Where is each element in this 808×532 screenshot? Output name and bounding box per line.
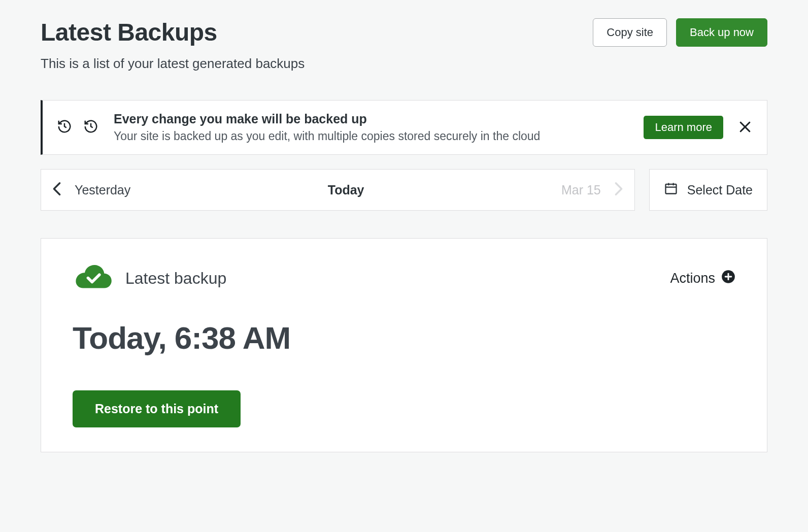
history-icon: [57, 119, 72, 136]
dismiss-notice-button[interactable]: [737, 119, 753, 136]
copy-site-button[interactable]: Copy site: [593, 18, 667, 47]
backup-card-header: Latest backup Actions: [73, 263, 735, 293]
svg-rect-2: [665, 184, 676, 194]
backup-timestamp: Today, 6:38 AM: [73, 320, 735, 356]
notice-title: Every change you make will be backed up: [114, 112, 628, 126]
restore-button[interactable]: Restore to this point: [73, 390, 241, 427]
date-nav-prev: Yesterday: [52, 182, 130, 198]
notice-body: Every change you make will be backed up …: [114, 112, 628, 143]
realtime-backup-notice: Every change you make will be backed up …: [41, 100, 767, 155]
date-navigation: Yesterday Today Mar 15: [41, 169, 635, 211]
date-nav-next: Mar 15: [561, 182, 623, 198]
backups-page: Latest Backups Copy site Back up now Thi…: [0, 0, 808, 471]
prev-day-button[interactable]: [52, 182, 61, 198]
actions-label: Actions: [670, 271, 715, 286]
current-day-label: Today: [130, 183, 561, 197]
close-icon: [737, 119, 753, 136]
learn-more-button[interactable]: Learn more: [644, 116, 723, 139]
chevron-right-icon: [614, 182, 623, 198]
notice-icons: [57, 119, 98, 136]
backup-card-title: Latest backup: [125, 269, 226, 288]
backup-card-heading: Latest backup: [73, 263, 226, 293]
calendar-icon: [664, 181, 678, 198]
next-day-label: Mar 15: [561, 183, 601, 197]
chevron-left-icon: [52, 182, 61, 198]
prev-day-label[interactable]: Yesterday: [75, 183, 130, 197]
select-date-button[interactable]: Select Date: [649, 169, 767, 211]
page-header: Latest Backups Copy site Back up now: [41, 18, 767, 47]
date-navigation-row: Yesterday Today Mar 15: [41, 169, 767, 211]
notice-description: Your site is backed up as you edit, with…: [114, 129, 628, 143]
page-title: Latest Backups: [41, 18, 217, 46]
next-day-button: [614, 182, 623, 198]
history-icon: [83, 119, 98, 136]
select-date-label: Select Date: [687, 183, 753, 197]
backup-now-button[interactable]: Back up now: [676, 18, 767, 47]
header-actions: Copy site Back up now: [593, 18, 767, 47]
actions-button[interactable]: Actions: [670, 270, 735, 287]
latest-backup-card: Latest backup Actions Today, 6:38 AM Res…: [41, 238, 767, 452]
notice-actions: Learn more: [644, 116, 753, 139]
plus-circle-icon: [721, 270, 735, 287]
cloud-check-icon: [73, 263, 113, 293]
page-subtitle: This is a list of your latest generated …: [41, 56, 767, 72]
